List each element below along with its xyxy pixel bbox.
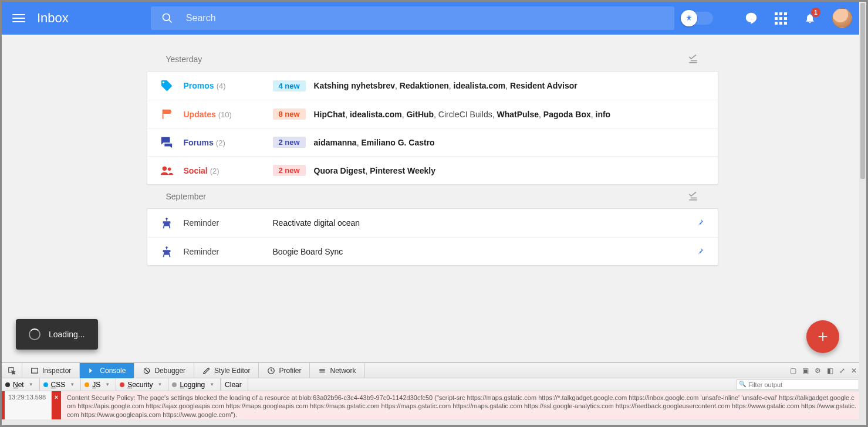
chevron-down-icon: ▼ [70,382,75,387]
console-dismiss-icon[interactable]: × [52,391,61,421]
new-badge: 2 new [273,165,306,176]
cluster-label: Social(2) [184,166,273,175]
promos-icon [160,79,184,92]
dot-icon [172,382,177,387]
apps-grid-icon[interactable] [774,11,788,25]
chip-label: Logging [180,381,205,389]
cluster-senders: Katshing nyhetsbrev, Redaktionen, ideali… [314,81,705,90]
devtools-tab-console[interactable]: Console [80,363,134,378]
devtools-responsive-icon[interactable]: ▣ [802,367,809,375]
tab-icon [143,367,151,375]
clear-button[interactable]: Clear [221,378,248,391]
tab-icon [318,367,326,375]
console-timestamp: 13:29:13.598 [5,391,52,421]
svg-point-5 [167,167,171,171]
hangouts-icon[interactable] [744,11,758,25]
reminder-icon [160,216,184,229]
avatar[interactable] [832,8,852,28]
svg-point-4 [162,166,166,170]
dot-icon [5,382,10,387]
sweep-icon[interactable] [687,191,699,202]
chevron-down-icon: ▼ [158,382,163,387]
tab-icon [267,367,275,375]
filter-chip-security[interactable]: Security▼ [116,378,168,391]
cluster-label: Updates(10) [184,110,273,119]
cluster-row-social[interactable]: Social(2)2 newQuora Digest, Pinterest We… [147,156,718,184]
scrollbar-vertical[interactable] [859,2,866,421]
toast-text: Loading... [49,330,85,339]
devtools-dock-icon[interactable]: ◧ [827,367,833,375]
app-header: Inbox 1 [2,2,863,35]
chip-label: Net [13,381,24,389]
console-message: Content Security Policy: The page's sett… [61,391,863,421]
search-input[interactable] [186,13,664,23]
forums-icon [160,136,184,149]
filter-chip-js[interactable]: JS▼ [81,378,116,391]
chip-label: Security [127,381,153,389]
tab-label: Network [330,367,356,375]
tab-icon [202,367,211,375]
message-card: ReminderReactivate digital oceanReminder… [147,208,718,266]
filter-chip-logging[interactable]: Logging▼ [168,378,221,391]
section-header: Yesterday [153,48,712,71]
reminder-label: Reminder [184,218,273,228]
reminder-icon [160,245,184,258]
devtools-tab-inspector[interactable]: Inspector [22,363,80,378]
chip-label: CSS [51,381,66,389]
cluster-row-promos[interactable]: Promos(4)4 newKatshing nyhetsbrev, Redak… [147,72,718,100]
cluster-senders: Quora Digest, Pinterest Weekly [314,166,705,175]
pin-icon[interactable] [695,247,705,256]
tab-label: Console [100,367,126,375]
devtools-tab-profiler[interactable]: Profiler [259,363,310,378]
new-badge: 8 new [273,109,306,120]
social-icon [160,164,184,177]
search-icon [161,12,173,24]
section-header: September [153,185,712,208]
section-title: September [166,192,206,201]
devtools-screenshot-icon[interactable]: ▢ [790,367,796,375]
plus-icon [816,330,829,343]
cluster-row-forums[interactable]: Forums(2)2 newaidamanna, Emiliano G. Cas… [147,128,718,156]
cluster-row-updates[interactable]: Updates(10)8 newHipChat, idealista.com, … [147,100,718,128]
devtools-settings-icon[interactable]: ⚙ [815,367,821,375]
devtools-pick-element[interactable] [2,363,22,378]
section-title: Yesterday [166,55,202,64]
filter-output-input[interactable] [736,379,859,390]
filter-chip-css[interactable]: CSS▼ [40,378,82,391]
pin-icon [685,14,693,22]
spinner-icon [29,328,40,340]
tab-label: Inspector [42,367,71,375]
devtools-tab-network[interactable]: Network [310,363,364,378]
svg-rect-11 [32,368,38,373]
svg-line-16 [271,371,272,371]
search-box[interactable] [151,6,674,30]
message-card: Promos(4)4 newKatshing nyhetsbrev, Redak… [147,71,718,185]
dot-icon [120,382,124,387]
dot-icon [43,382,48,387]
devtools-tab-debugger[interactable]: Debugger [134,363,194,378]
devtools-close-icon[interactable]: ✕ [851,367,857,375]
clear-label: Clear [225,381,242,389]
cluster-label: Promos(4) [184,81,273,90]
cluster-senders: aidamanna, Emiliano G. Castro [314,138,705,147]
tab-icon [88,367,96,375]
reminder-row[interactable]: ReminderBoogie Board Sync [147,237,718,265]
menu-icon[interactable] [12,12,25,25]
compose-fab[interactable] [806,320,839,353]
window-bottom-edge [2,419,866,425]
chevron-down-icon: ▼ [105,382,110,387]
new-badge: 4 new [273,80,306,92]
devtools-tab-style-editor[interactable]: Style Editor [194,363,259,378]
pin-icon[interactable] [695,218,705,228]
tab-label: Debugger [154,367,185,375]
pinned-toggle[interactable] [683,12,713,25]
sweep-icon[interactable] [687,53,699,65]
filter-chip-net[interactable]: Net▼ [2,378,40,391]
reminder-row[interactable]: ReminderReactivate digital ocean [147,209,718,237]
notifications-icon[interactable]: 1 [803,11,817,25]
devtools-popout-icon[interactable]: ⤢ [839,367,845,375]
tab-icon [31,367,39,375]
devtools-panel: InspectorConsoleDebuggerStyle EditorProf… [2,362,863,421]
app-title: Inbox [37,11,69,26]
svg-line-13 [145,368,149,372]
